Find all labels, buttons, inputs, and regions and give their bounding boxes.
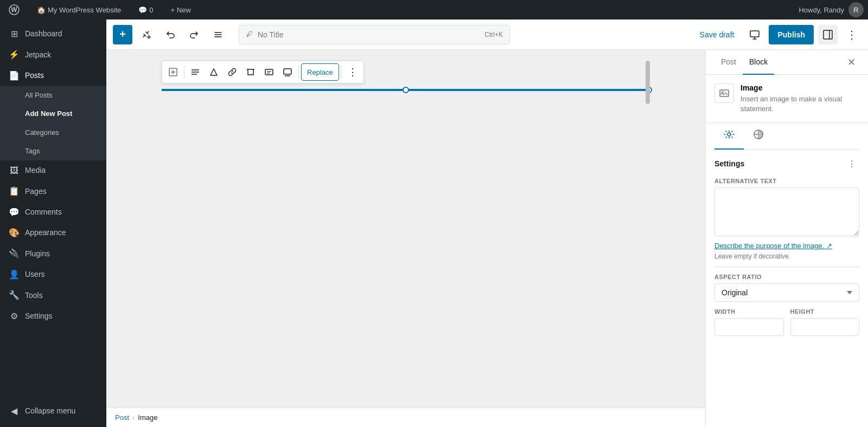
view-toggle-button[interactable] (745, 25, 764, 44)
shape-button[interactable] (205, 63, 222, 81)
toolbar-right: Save draft Publish ⋮ (693, 25, 861, 44)
jetpack-icon: ⚡ (9, 49, 20, 61)
post-title-bar[interactable]: Ctrl+K (239, 25, 510, 44)
sidebar: ⊞ Dashboard ⚡ Jetpack 📄 Posts All Posts … (0, 20, 106, 427)
sidebar-item-categories[interactable]: Categories (0, 124, 106, 142)
tools-icon: 🔧 (9, 289, 20, 301)
alt-text-helper: Leave empty if decorative. (714, 253, 859, 260)
editor-main: Replace ⋮ (106, 50, 868, 427)
undo-button[interactable] (161, 25, 180, 44)
alt-text-field-group: ALTERNATIVE TEXT Describe the purpose of… (714, 178, 859, 260)
scrollbar-track[interactable] (646, 61, 650, 91)
crop-button[interactable] (242, 63, 259, 81)
content-area: Replace ⋮ (106, 50, 705, 427)
settings-icon: ⚙ (9, 310, 20, 322)
sidebar-item-settings[interactable]: ⚙ Settings (0, 306, 106, 327)
height-field: HEIGHT (790, 308, 860, 336)
admin-bar-wp-logo[interactable]: W (4, 0, 24, 20)
redo-button[interactable] (184, 25, 204, 44)
block-icon (714, 83, 734, 103)
sidebar-item-add-new-post[interactable]: Add New Post (0, 105, 106, 123)
editor-wrap: + (106, 20, 868, 427)
settings-more-button[interactable]: ⋮ (844, 156, 859, 171)
admin-bar: W 🏠 My WordPress Website 💬 0 + New Howdy… (0, 0, 868, 20)
list-view-button[interactable] (208, 25, 228, 44)
post-title-input[interactable] (258, 30, 480, 39)
svg-point-82 (722, 92, 724, 93)
add-block-button[interactable]: + (113, 25, 132, 44)
alt-text-textarea[interactable] (714, 187, 859, 236)
sidebar-collapse[interactable]: ◀ Collapse menu (0, 401, 84, 422)
caption-button[interactable] (279, 63, 296, 81)
admin-bar-site-name[interactable]: 🏠 My WordPress Website (33, 0, 125, 20)
settings-tab-style[interactable] (744, 123, 773, 150)
user-avatar[interactable]: R (848, 2, 864, 17)
sidebar-item-appearance[interactable]: 🎨 Appearance (0, 223, 106, 243)
link-button[interactable] (224, 63, 241, 81)
block-type-button[interactable] (164, 63, 182, 81)
style-tab-icon (752, 128, 764, 140)
sidebar-item-jetpack[interactable]: ⚡ Jetpack (0, 44, 106, 65)
sidebar-item-all-posts[interactable]: All Posts (0, 86, 106, 105)
resize-handle-bottom[interactable] (403, 87, 409, 93)
sidebar-toggle-button[interactable] (818, 25, 838, 44)
describe-link[interactable]: Describe the purpose of the image. ↗ (714, 242, 832, 250)
posts-icon: 📄 (9, 70, 20, 82)
block-info: Image Insert an image to make a visual s… (706, 75, 868, 123)
breadcrumb-separator: › (132, 413, 135, 422)
block-toolbar: Replace ⋮ (162, 61, 364, 83)
tab-post[interactable]: Post (714, 50, 743, 75)
scrollbar-thumb[interactable] (646, 61, 650, 104)
save-draft-button[interactable]: Save draft (693, 27, 741, 42)
sidebar-item-tags[interactable]: Tags (0, 142, 106, 160)
comments-icon: 💬 (9, 206, 20, 218)
admin-bar-right: Howdy, Randy R (799, 2, 864, 17)
tab-block[interactable]: Block (743, 50, 774, 75)
publish-button[interactable]: Publish (769, 25, 814, 44)
editor-toolbar: + (106, 20, 868, 50)
sidebar-item-posts[interactable]: 📄 Posts (0, 66, 106, 86)
alt-text-button[interactable] (260, 63, 278, 81)
block-description: Insert an image to make a visual stateme… (741, 94, 859, 114)
sidebar-item-pages[interactable]: 📋 Pages (0, 181, 106, 202)
aspect-ratio-select[interactable]: Original Square - 1:1 Standard - 4:3 Lan… (714, 283, 859, 302)
svg-rect-6 (750, 31, 759, 37)
align-button[interactable] (187, 63, 204, 81)
sidebar-item-media[interactable]: 🖼 Media (0, 160, 106, 181)
height-input[interactable] (790, 318, 860, 336)
svg-rect-9 (824, 30, 832, 39)
panel-close-button[interactable]: ✕ (843, 54, 859, 70)
plugins-icon: 🔌 (9, 248, 20, 260)
block-more-icon: ⋮ (348, 66, 358, 78)
breadcrumb-post-link[interactable]: Post (115, 413, 129, 422)
sidebar-item-plugins[interactable]: 🔌 Plugins (0, 243, 106, 264)
settings-section: Settings ⋮ ALTERNATIVE TEXT Describe the… (706, 150, 868, 342)
admin-bar-comments[interactable]: 💬 0 (134, 0, 157, 20)
dashboard-icon: ⊞ (9, 28, 20, 40)
width-input[interactable] (714, 318, 784, 336)
pages-icon: 📋 (9, 185, 20, 197)
sidebar-item-tools[interactable]: 🔧 Tools (0, 285, 106, 306)
toolbar-divider-1 (184, 66, 184, 79)
image-block-icon (719, 88, 730, 99)
sidebar-menu: ⊞ Dashboard ⚡ Jetpack 📄 Posts All Posts … (0, 24, 106, 327)
panel-tabs: Post Block ✕ (706, 50, 868, 75)
svg-rect-17 (248, 69, 253, 75)
block-info-text: Image Insert an image to make a visual s… (741, 83, 859, 114)
aspect-ratio-field-group: ASPECT RATIO Original Square - 1:1 Stand… (714, 274, 859, 302)
more-options-button[interactable]: ⋮ (842, 25, 861, 44)
sidebar-item-users[interactable]: 👤 Users (0, 264, 106, 285)
settings-tab-gear[interactable] (714, 123, 744, 150)
admin-bar-new[interactable]: + New (167, 0, 195, 20)
replace-button[interactable]: Replace (301, 63, 339, 81)
block-more-button[interactable]: ⋮ (344, 63, 361, 81)
settings-tabs (714, 123, 859, 150)
width-label: WIDTH (714, 308, 784, 315)
svg-point-2 (148, 36, 150, 38)
tools-button[interactable] (137, 25, 156, 44)
media-icon: 🖼 (9, 165, 20, 177)
sidebar-item-comments[interactable]: 💬 Comments (0, 202, 106, 223)
sidebar-item-dashboard[interactable]: ⊞ Dashboard (0, 24, 106, 44)
svg-rect-23 (284, 69, 291, 74)
breadcrumb-image: Image (138, 413, 157, 422)
